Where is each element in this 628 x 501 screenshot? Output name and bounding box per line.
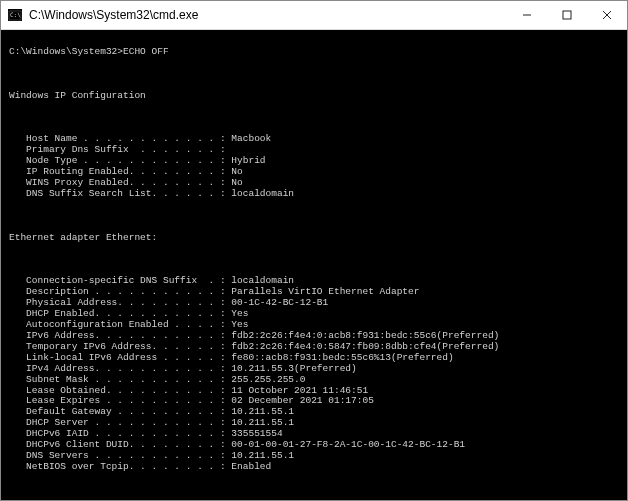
adapter-header: Ethernet adapter Ethernet: — [9, 233, 619, 244]
cmd-window: C:\ C:\Windows\System32\cmd.exe C:\Windo… — [0, 0, 628, 501]
window-title: C:\Windows\System32\cmd.exe — [29, 8, 507, 22]
blank — [9, 112, 619, 123]
config-line: DNS Suffix Search List. . . . . . : loca… — [9, 189, 619, 200]
ipconfig-block: Host Name . . . . . . . . . . . . : Macb… — [9, 134, 619, 200]
blank — [9, 254, 619, 265]
config-line: Subnet Mask . . . . . . . . . . . : 255.… — [9, 375, 619, 386]
prompt-line: C:\Windows\System32>ECHO OFF — [9, 47, 619, 58]
window-controls — [507, 1, 627, 29]
svg-rect-4 — [563, 11, 571, 19]
blank — [9, 211, 619, 222]
maximize-button[interactable] — [547, 1, 587, 29]
blank — [9, 69, 619, 80]
svg-text:C:\: C:\ — [10, 11, 21, 18]
ipconfig-header: Windows IP Configuration — [9, 91, 619, 102]
config-line: IPv4 Address. . . . . . . . . . . : 10.2… — [9, 364, 619, 375]
blank — [9, 484, 619, 495]
cmd-icon: C:\ — [7, 7, 23, 23]
config-line: NetBIOS over Tcpip. . . . . . . . : Enab… — [9, 462, 619, 473]
adapter-block: Connection-specific DNS Suffix . : local… — [9, 276, 619, 473]
close-button[interactable] — [587, 1, 627, 29]
console-output[interactable]: C:\Windows\System32>ECHO OFF Windows IP … — [1, 30, 627, 500]
minimize-button[interactable] — [507, 1, 547, 29]
titlebar: C:\ C:\Windows\System32\cmd.exe — [1, 1, 627, 30]
